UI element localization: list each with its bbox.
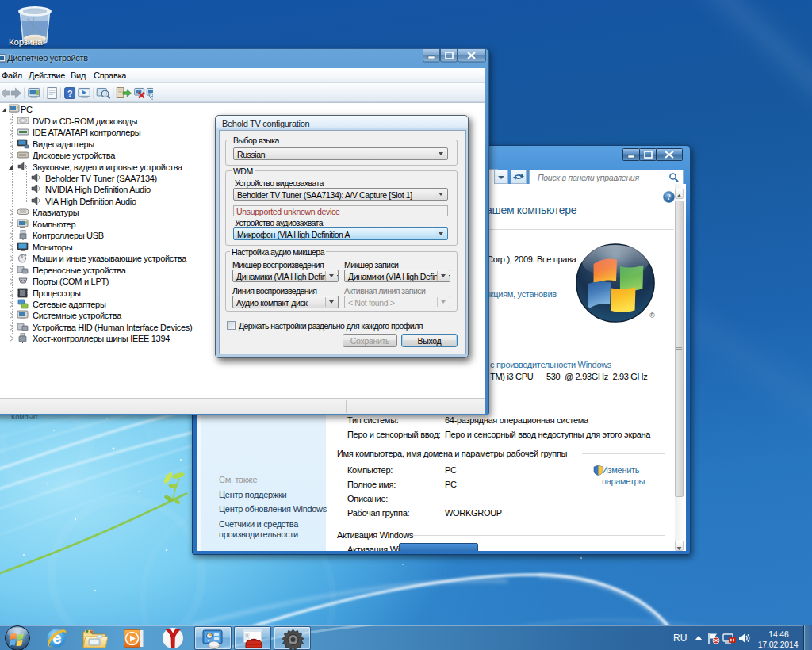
svg-text:®: ® (649, 312, 655, 319)
svg-text:?: ? (667, 193, 671, 201)
svg-text:?: ? (67, 90, 72, 98)
